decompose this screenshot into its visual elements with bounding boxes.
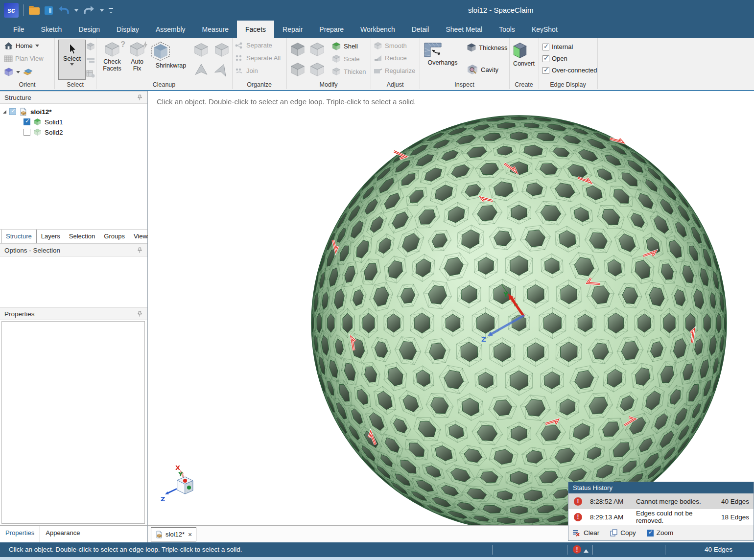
home-button[interactable]: Home xyxy=(4,42,39,50)
select-option-button-3[interactable] xyxy=(84,68,97,80)
statusbar-message: Click an object. Double-click to select … xyxy=(9,546,242,553)
overhangs-button[interactable]: Overhangs xyxy=(423,40,463,66)
redo-icon[interactable] xyxy=(83,5,95,16)
panel-tab-layers[interactable]: Layers xyxy=(37,230,65,243)
undo-dropdown-icon[interactable] xyxy=(74,9,78,14)
menu-tab-design[interactable]: Design xyxy=(70,21,108,38)
orient-view-cube-icon[interactable] xyxy=(4,67,14,77)
status-history-title[interactable]: Status History xyxy=(568,482,754,493)
regularize-button[interactable]: Regularize xyxy=(374,67,415,74)
check-facets-icon xyxy=(103,41,121,58)
menu-tab-workbench[interactable]: Workbench xyxy=(352,21,403,38)
modify-extra-button-2[interactable] xyxy=(308,40,327,59)
scale-button[interactable]: Scale xyxy=(331,54,360,63)
menu-tab-facets[interactable]: Facets xyxy=(237,21,274,38)
panel-tab-selection[interactable]: Selection xyxy=(65,230,99,243)
modify-extra-button-4[interactable] xyxy=(308,60,327,79)
modify-extra-button-1[interactable] xyxy=(288,40,307,59)
customize-toolbar-icon[interactable]: ⌄ xyxy=(109,8,113,13)
thicken-icon xyxy=(331,67,341,76)
copy-button[interactable]: Copy xyxy=(620,529,636,537)
over-connected-checkbox[interactable]: Over-connected xyxy=(542,67,597,74)
ribbon-group-create: Convert Create xyxy=(509,38,539,89)
menu-tab-sheet-metal[interactable]: Sheet Metal xyxy=(437,21,491,38)
internal-checkbox-box[interactable] xyxy=(542,44,549,50)
cleanup-extra-button-3[interactable] xyxy=(192,61,211,79)
join-button[interactable]: Join xyxy=(235,67,258,74)
save-icon[interactable] xyxy=(45,6,53,15)
select-option-button-1[interactable] xyxy=(84,41,97,52)
select-button[interactable]: Select xyxy=(58,40,86,80)
open-checkbox-box[interactable] xyxy=(542,55,549,62)
plan-view-button[interactable]: Plan View xyxy=(4,54,44,62)
bottom-tab-properties[interactable]: Properties xyxy=(0,526,40,542)
menu-tab-sketch[interactable]: Sketch xyxy=(33,21,71,38)
solid1-checkbox[interactable] xyxy=(24,118,30,125)
menu-tab-measure[interactable]: Measure xyxy=(194,21,237,38)
reduce-button[interactable]: Reduce xyxy=(374,54,407,62)
copy-icon[interactable] xyxy=(610,529,617,537)
menu-tab-repair[interactable]: Repair xyxy=(274,21,311,38)
separate-button[interactable]: Separate xyxy=(235,42,272,49)
thickness-button[interactable]: Thickness xyxy=(467,42,508,53)
redo-dropdown-icon[interactable] xyxy=(100,9,104,14)
select-option-button-2[interactable] xyxy=(84,54,97,66)
statusbar-expand-icon[interactable] xyxy=(584,547,589,553)
check-facets-button[interactable]: ? Check Facets xyxy=(99,40,125,72)
clear-icon[interactable] xyxy=(572,530,581,537)
menu-tab-prepare[interactable]: Prepare xyxy=(311,21,352,38)
zoom-checkbox[interactable] xyxy=(647,530,654,537)
clear-button[interactable]: Clear xyxy=(584,529,599,537)
pin-icon[interactable] xyxy=(137,311,143,317)
spin-view-icon[interactable] xyxy=(23,67,33,77)
status-history-row[interactable]: ! 8:28:52 AM Cannot merge bodies. 40 Edg… xyxy=(568,493,754,509)
pin-icon[interactable] xyxy=(137,247,143,254)
shell-button[interactable]: Shell xyxy=(331,42,358,51)
smooth-button[interactable]: Smooth xyxy=(374,42,407,50)
menu-tab-tools[interactable]: Tools xyxy=(491,21,523,38)
home-icon xyxy=(4,42,13,50)
tree-item-solid1[interactable]: Solid1 xyxy=(24,117,63,127)
title-bar: sc ⌄ sloi12 - SpaceClaim xyxy=(0,0,754,21)
separate-all-button[interactable]: Separate All xyxy=(235,54,281,62)
thicken-button[interactable]: Thicken xyxy=(331,67,366,76)
tree-item-solid2[interactable]: Solid2 xyxy=(24,127,63,137)
ribbon-group-orient: Home Plan View Orient xyxy=(0,38,55,89)
open-file-icon[interactable] xyxy=(29,7,40,15)
status-history-row[interactable]: ! 8:29:13 AM Edges could not be removed.… xyxy=(568,509,754,525)
tree-item-root[interactable]: sloi12* xyxy=(0,107,52,117)
panel-tab-structure[interactable]: Structure xyxy=(1,230,37,243)
document-tab[interactable]: sloi12* × xyxy=(151,527,196,541)
undo-icon[interactable] xyxy=(58,5,70,16)
menu-tab-assembly[interactable]: Assembly xyxy=(147,21,194,38)
shrinkwrap-button[interactable]: Shrinkwrap xyxy=(150,40,192,69)
over-connected-checkbox-box[interactable] xyxy=(542,67,549,74)
cleanup-extra-button-2[interactable] xyxy=(212,41,231,59)
bottom-tab-appearance[interactable]: Appearance xyxy=(40,526,85,542)
viewport-canvas[interactable] xyxy=(148,91,754,525)
cavity-button[interactable]: Cavity xyxy=(467,64,498,75)
orient-view-dropdown-icon[interactable] xyxy=(16,71,20,75)
internal-checkbox[interactable]: Internal xyxy=(542,43,573,50)
model-viewport[interactable]: Click an object. Double-click to select … xyxy=(148,91,754,525)
solid2-checkbox[interactable] xyxy=(24,129,30,136)
doc-tab-close-icon[interactable]: × xyxy=(188,531,192,538)
tree-expand-icon[interactable] xyxy=(3,110,6,114)
menu-tab-file[interactable]: File xyxy=(5,21,33,38)
menu-tab-display[interactable]: Display xyxy=(108,21,147,38)
spaceclaim-logo-icon[interactable]: sc xyxy=(4,3,19,18)
cleanup-extra-button-1[interactable] xyxy=(192,41,211,59)
plan-view-icon xyxy=(4,54,13,62)
pin-icon[interactable] xyxy=(137,94,143,101)
statusbar-error-icon[interactable]: ! xyxy=(573,545,581,554)
panel-tab-groups[interactable]: Groups xyxy=(99,230,129,243)
modify-extra-button-3[interactable] xyxy=(288,60,307,79)
auto-fix-button[interactable]: Auto Fix xyxy=(126,40,148,72)
menu-tab-detail[interactable]: Detail xyxy=(403,21,438,38)
cleanup-extra-button-4[interactable] xyxy=(212,61,231,79)
open-checkbox[interactable]: Open xyxy=(542,55,567,62)
tree-root-checkbox[interactable] xyxy=(9,108,16,115)
menu-tab-keyshot[interactable]: KeyShot xyxy=(523,21,566,38)
zoom-checkbox-label: Zoom xyxy=(657,529,674,537)
convert-button[interactable]: Convert xyxy=(510,40,538,67)
